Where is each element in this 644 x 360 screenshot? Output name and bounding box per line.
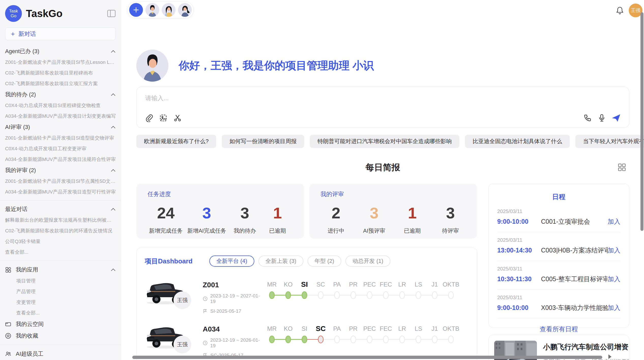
horizontal-scrollbar-thumb[interactable] — [132, 356, 602, 359]
phone-icon[interactable] — [584, 114, 591, 122]
project-row-z001[interactable]: 王强 Z001 2023-12-19 ~ 2027-01-19 SI-2025-… — [145, 278, 469, 311]
sidebar-item[interactable]: C0X4-动力总成开发项目工程变更评审 — [5, 143, 116, 154]
layout-grid-icon[interactable] — [618, 163, 626, 172]
composer-toolbar — [145, 114, 620, 122]
new-chat-button[interactable]: + 新对话 — [5, 27, 116, 40]
project-thumbnail: 王强 — [145, 322, 194, 355]
sidebar-item[interactable]: A034-全新新能源MUV产品开发项目造型可行性评审 — [5, 187, 116, 197]
stat-value: 3 — [360, 205, 388, 221]
sidebar-section-header-my-review[interactable]: 我的评审 (2) — [5, 165, 116, 176]
milestone-label: PA — [333, 324, 341, 335]
project-owner-avatar: 王强 — [173, 336, 191, 353]
sidebar-item-product-mgmt[interactable]: 产品管理 — [5, 286, 116, 297]
sidebar-item-change-mgmt[interactable]: 变更管理 — [5, 297, 116, 308]
sidebar-item-view-all[interactable]: 查看全部... — [5, 247, 116, 258]
milestone-node — [285, 336, 291, 343]
sidebar-item-my-apps[interactable]: 我的应用 — [5, 264, 116, 276]
sidebar-item[interactable]: C02-飞腾新能源轻客改款项目的闭环通告反馈情况 — [5, 226, 116, 236]
sidebar-item-cloud-space[interactable]: 我的云空间 — [5, 318, 116, 330]
sidebar-item[interactable]: C02-飞腾新能源轻客改款项目立项汇报方案 — [5, 78, 116, 89]
project-row-a034[interactable]: 王强 A034 2023-12-19 ~ 2026-01-19 SC-2025-… — [145, 322, 469, 355]
join-link[interactable]: 加入 — [608, 217, 620, 226]
milestone-label: KO — [284, 279, 293, 291]
milestone-label: SC — [316, 324, 326, 335]
stat-my-todo: 3 我的待办 — [231, 205, 259, 235]
stat-label: 新增AI完成任务 — [187, 227, 226, 235]
tab-new-platform[interactable]: 全新平台 (4) — [209, 256, 254, 267]
microphone-icon[interactable] — [598, 114, 606, 122]
sidebar-item-apps-view-all[interactable]: 查看全部... — [5, 308, 116, 318]
apps-grid-icon — [5, 267, 11, 273]
my-review-card: 我的评审 2 进行中 3 AI预评审 1 — [309, 184, 477, 238]
scroll-down-arrow[interactable] — [607, 347, 611, 350]
logo-text-top: Task — [9, 9, 18, 13]
composer-left-tools — [145, 114, 181, 122]
ai-employee-label: AI超级员工 — [16, 350, 116, 358]
composer-right-tools — [584, 114, 620, 122]
sidebar-item[interactable]: Z001-全新燃油轻卡产品开发项目SI节点属性5D文件评审 — [5, 176, 116, 187]
sidebar-item[interactable]: C0X4-动力总成开发项目SI里程碑提交物检查 — [5, 100, 116, 111]
milestone-node — [302, 291, 307, 299]
sidebar-item[interactable]: A034-全新新能源MUV产品开发项目法规符合性评审 — [5, 154, 116, 165]
my-review-title: 我的评审 — [320, 190, 466, 198]
join-link[interactable]: 加入 — [608, 304, 620, 312]
sidebar-item[interactable]: Z001-全新燃油轻卡产品开发项目SI造型提交物评审 — [5, 133, 116, 143]
sidebar-item[interactable]: Z001-全新燃油皮卡产品开发项目SI节点Lesson Learn报告 — [5, 57, 116, 68]
sidebar-item[interactable]: C02-飞腾新能源轻客改款项目里程碑画布 — [5, 68, 116, 78]
stat-ai-prereview: 3 AI预评审 — [360, 205, 388, 235]
join-link[interactable]: 加入 — [608, 275, 620, 283]
join-link[interactable]: 加入 — [608, 246, 620, 254]
stat-value: 3 — [231, 205, 259, 221]
schedule-event: 2025/03/11 9:00-10:00 C001-立项审批会 加入 — [497, 208, 620, 226]
sidebar-section-header-recent[interactable]: 最近对话 — [5, 204, 116, 215]
milestone-node — [367, 336, 372, 343]
event-time: 10:30-11:30 — [497, 275, 541, 283]
flag-icon — [203, 309, 208, 314]
sidebar-item-project-mgmt[interactable]: 项目管理 — [5, 276, 116, 286]
assistant-greeting: 你好，王强，我是你的项目管理助理 小识 — [136, 50, 629, 82]
sidebar-item[interactable]: 公司Q3轻卡销量 — [5, 236, 116, 247]
view-all-schedule-link[interactable]: 查看所有日程 — [497, 325, 620, 333]
sidebar-item[interactable]: A034-全新新能源MUV产品开发项目计划变更表编写 — [5, 111, 116, 122]
stat-label: 新增完成任务 — [149, 227, 183, 235]
attachment-icon[interactable] — [145, 114, 153, 122]
suggestion-chip[interactable]: 当下年轻人对汽车外观有怎样的喜好趋势 — [575, 135, 644, 148]
chat-input[interactable] — [145, 95, 620, 102]
stat-label: 已逾期 — [264, 227, 291, 235]
scissors-icon[interactable] — [174, 114, 181, 122]
sidebar-item-ai-employee[interactable]: AI超级员工 — [5, 348, 116, 360]
my-apps-label: 我的应用 — [16, 266, 106, 274]
cloud-space-label: 我的云空间 — [16, 320, 116, 328]
assistant-avatar — [136, 50, 168, 82]
milestone-label: PEC — [363, 279, 376, 291]
sidebar-section-header-my-todo[interactable]: 我的待办 (2) — [5, 89, 116, 100]
vertical-scrollbar-thumb[interactable] — [640, 12, 643, 231]
tab-model-year[interactable]: 年型 (2) — [308, 256, 341, 267]
section-title: Agent已办 (3) — [5, 48, 111, 55]
daily-briefing-header: 每日简报 — [136, 162, 629, 173]
tab-powertrain[interactable]: 动总开发 (1) — [345, 256, 390, 267]
scroll-right-arrow[interactable] — [608, 354, 611, 359]
composer — [136, 87, 629, 128]
suggestion-chip[interactable]: 特朗普可能对进口汽车增税会对中国车企造成哪些影响 — [310, 135, 459, 148]
sidebar-item[interactable]: 解释最新出台的欧盟报废车法规再生塑料比例被调至15%... — [5, 215, 116, 226]
image-icon[interactable] — [159, 114, 167, 122]
suggestion-chip[interactable]: 如何写一份清晰的项目周报 — [222, 135, 304, 148]
milestone-label: OKTB — [443, 324, 459, 335]
suggestion-chip[interactable]: 比亚迪全固态电池计划具体说了什么 — [465, 135, 570, 148]
suggestion-chip[interactable]: 欧洲新规最近颁布了什么? — [136, 135, 216, 148]
stat-new-ai-done: 3 新增AI完成任务 — [187, 205, 226, 235]
section-title: AI评审 (3) — [5, 123, 111, 131]
milestone-node — [416, 336, 421, 343]
milestone-label: OKTB — [443, 279, 459, 291]
sidebar-collapse-icon[interactable] — [107, 10, 116, 17]
section-title: 最近对话 — [5, 205, 111, 213]
tab-new-body[interactable]: 全新上装 (3) — [258, 256, 303, 267]
send-icon[interactable] — [612, 114, 620, 122]
milestone-node — [383, 291, 389, 299]
section-title: 我的待办 (2) — [5, 91, 111, 98]
sidebar-item-favorites[interactable]: 我的收藏 — [5, 330, 116, 342]
sidebar-section-header-ai-review[interactable]: AI评审 (3) — [5, 122, 116, 133]
sidebar-section-header-agent-done[interactable]: Agent已办 (3) — [5, 46, 116, 57]
project-dates: 2023-12-19 ~ 2027-01-19 — [210, 293, 264, 304]
